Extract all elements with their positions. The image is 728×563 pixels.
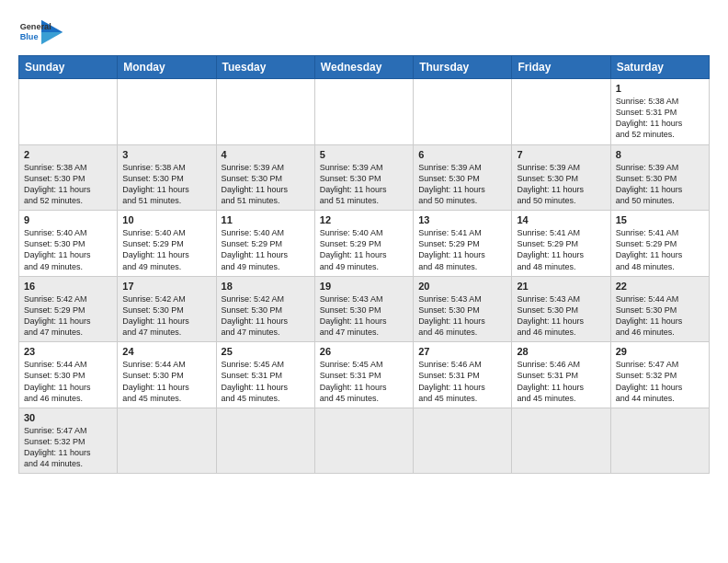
date-number: 29	[616, 346, 704, 357]
cell-info: Sunrise: 5:39 AM Sunset: 5:30 PM Dayligh…	[616, 162, 704, 207]
calendar-cell: 3Sunrise: 5:38 AM Sunset: 5:30 PM Daylig…	[118, 144, 216, 211]
date-number: 13	[418, 214, 506, 225]
calendar-cell: 8Sunrise: 5:39 AM Sunset: 5:30 PM Daylig…	[610, 144, 709, 211]
date-number: 19	[320, 281, 408, 292]
date-number: 17	[122, 281, 210, 292]
generalblue-logo-icon: General Blue	[18, 18, 64, 46]
cell-info: Sunrise: 5:39 AM Sunset: 5:30 PM Dayligh…	[418, 162, 506, 207]
date-number: 16	[24, 281, 112, 292]
calendar-cell	[19, 79, 118, 145]
calendar-row-5: 30Sunrise: 5:47 AM Sunset: 5:32 PM Dayli…	[19, 408, 710, 474]
calendar-cell	[118, 79, 216, 145]
calendar-cell	[314, 408, 413, 474]
cell-info: Sunrise: 5:45 AM Sunset: 5:31 PM Dayligh…	[320, 359, 408, 404]
page-container: General Blue SundayMondayTuesdayWednesda…	[18, 15, 710, 474]
date-number: 11	[222, 214, 310, 225]
calendar-row-1: 2Sunrise: 5:38 AM Sunset: 5:30 PM Daylig…	[19, 144, 710, 211]
date-number: 15	[616, 214, 704, 225]
cell-info: Sunrise: 5:46 AM Sunset: 5:31 PM Dayligh…	[418, 359, 506, 404]
cell-info: Sunrise: 5:46 AM Sunset: 5:31 PM Dayligh…	[517, 359, 605, 404]
weekday-header-tuesday: Tuesday	[216, 56, 314, 79]
date-number: 4	[222, 149, 310, 160]
calendar-cell: 11Sunrise: 5:40 AM Sunset: 5:29 PM Dayli…	[216, 211, 314, 277]
cell-info: Sunrise: 5:38 AM Sunset: 5:30 PM Dayligh…	[24, 162, 112, 207]
cell-info: Sunrise: 5:43 AM Sunset: 5:30 PM Dayligh…	[517, 293, 605, 339]
date-number: 25	[222, 346, 310, 357]
cell-info: Sunrise: 5:41 AM Sunset: 5:29 PM Dayligh…	[616, 227, 704, 272]
weekday-header-wednesday: Wednesday	[314, 56, 413, 79]
calendar-cell: 10Sunrise: 5:40 AM Sunset: 5:29 PM Dayli…	[118, 211, 216, 277]
calendar-cell	[216, 408, 314, 474]
weekday-header-monday: Monday	[118, 56, 216, 79]
cell-info: Sunrise: 5:42 AM Sunset: 5:30 PM Dayligh…	[122, 293, 210, 339]
cell-info: Sunrise: 5:39 AM Sunset: 5:30 PM Dayligh…	[222, 162, 310, 207]
logo-area: General Blue	[18, 15, 64, 48]
calendar-cell: 13Sunrise: 5:41 AM Sunset: 5:29 PM Dayli…	[414, 211, 512, 277]
date-number: 8	[616, 149, 704, 160]
date-number: 28	[517, 346, 605, 357]
date-number: 26	[320, 346, 408, 357]
cell-info: Sunrise: 5:40 AM Sunset: 5:29 PM Dayligh…	[222, 227, 310, 272]
svg-text:Blue: Blue	[20, 32, 39, 41]
calendar-cell: 24Sunrise: 5:44 AM Sunset: 5:30 PM Dayli…	[118, 342, 216, 408]
cell-info: Sunrise: 5:45 AM Sunset: 5:31 PM Dayligh…	[222, 359, 310, 404]
calendar-cell: 5Sunrise: 5:39 AM Sunset: 5:30 PM Daylig…	[314, 144, 413, 211]
calendar-cell: 6Sunrise: 5:39 AM Sunset: 5:30 PM Daylig…	[414, 144, 512, 211]
cell-info: Sunrise: 5:38 AM Sunset: 5:30 PM Dayligh…	[122, 162, 210, 207]
cell-info: Sunrise: 5:47 AM Sunset: 5:32 PM Dayligh…	[24, 425, 112, 470]
date-number: 9	[24, 214, 112, 225]
cell-info: Sunrise: 5:41 AM Sunset: 5:29 PM Dayligh…	[418, 227, 506, 272]
cell-info: Sunrise: 5:40 AM Sunset: 5:29 PM Dayligh…	[320, 227, 408, 272]
weekday-header-saturday: Saturday	[610, 56, 709, 79]
cell-info: Sunrise: 5:39 AM Sunset: 5:30 PM Dayligh…	[320, 162, 408, 207]
cell-info: Sunrise: 5:38 AM Sunset: 5:31 PM Dayligh…	[616, 96, 704, 141]
cell-info: Sunrise: 5:40 AM Sunset: 5:29 PM Dayligh…	[122, 227, 210, 272]
date-number: 7	[517, 149, 605, 160]
date-number: 5	[320, 149, 408, 160]
calendar-cell: 20Sunrise: 5:43 AM Sunset: 5:30 PM Dayli…	[414, 276, 512, 342]
date-number: 23	[24, 346, 112, 357]
calendar-cell: 16Sunrise: 5:42 AM Sunset: 5:29 PM Dayli…	[19, 276, 118, 342]
calendar-cell	[314, 79, 413, 145]
header: General Blue	[18, 15, 710, 48]
calendar-row-2: 9Sunrise: 5:40 AM Sunset: 5:30 PM Daylig…	[19, 211, 710, 277]
cell-info: Sunrise: 5:39 AM Sunset: 5:30 PM Dayligh…	[517, 162, 605, 207]
date-number: 30	[24, 412, 112, 423]
calendar-cell	[414, 79, 512, 145]
calendar-cell: 17Sunrise: 5:42 AM Sunset: 5:30 PM Dayli…	[118, 276, 216, 342]
calendar-cell: 7Sunrise: 5:39 AM Sunset: 5:30 PM Daylig…	[512, 144, 610, 211]
weekday-header-sunday: Sunday	[19, 56, 118, 79]
cell-info: Sunrise: 5:43 AM Sunset: 5:30 PM Dayligh…	[418, 293, 506, 339]
calendar-cell	[512, 408, 610, 474]
calendar-cell: 1Sunrise: 5:38 AM Sunset: 5:31 PM Daylig…	[610, 79, 709, 145]
calendar-cell	[414, 408, 512, 474]
date-number: 14	[517, 214, 605, 225]
date-number: 10	[122, 214, 210, 225]
date-number: 27	[418, 346, 506, 357]
date-number: 21	[517, 281, 605, 292]
cell-info: Sunrise: 5:42 AM Sunset: 5:29 PM Dayligh…	[24, 293, 112, 339]
calendar-cell: 26Sunrise: 5:45 AM Sunset: 5:31 PM Dayli…	[314, 342, 413, 408]
calendar-table: SundayMondayTuesdayWednesdayThursdayFrid…	[18, 55, 710, 474]
calendar-cell: 30Sunrise: 5:47 AM Sunset: 5:32 PM Dayli…	[19, 408, 118, 474]
cell-info: Sunrise: 5:44 AM Sunset: 5:30 PM Dayligh…	[616, 293, 704, 339]
weekday-header-thursday: Thursday	[414, 56, 512, 79]
calendar-cell: 18Sunrise: 5:42 AM Sunset: 5:30 PM Dayli…	[216, 276, 314, 342]
calendar-cell: 23Sunrise: 5:44 AM Sunset: 5:30 PM Dayli…	[19, 342, 118, 408]
date-number: 2	[24, 149, 112, 160]
date-number: 12	[320, 214, 408, 225]
calendar-row-3: 16Sunrise: 5:42 AM Sunset: 5:29 PM Dayli…	[19, 276, 710, 342]
weekday-header-row: SundayMondayTuesdayWednesdayThursdayFrid…	[19, 56, 710, 79]
weekday-header-friday: Friday	[512, 56, 610, 79]
calendar-cell: 9Sunrise: 5:40 AM Sunset: 5:30 PM Daylig…	[19, 211, 118, 277]
date-number: 24	[122, 346, 210, 357]
cell-info: Sunrise: 5:41 AM Sunset: 5:29 PM Dayligh…	[517, 227, 605, 272]
calendar-cell: 29Sunrise: 5:47 AM Sunset: 5:32 PM Dayli…	[610, 342, 709, 408]
svg-marker-1	[41, 32, 63, 44]
calendar-cell	[610, 408, 709, 474]
calendar-cell: 12Sunrise: 5:40 AM Sunset: 5:29 PM Dayli…	[314, 211, 413, 277]
cell-info: Sunrise: 5:47 AM Sunset: 5:32 PM Dayligh…	[616, 359, 704, 404]
calendar-cell	[216, 79, 314, 145]
calendar-cell: 15Sunrise: 5:41 AM Sunset: 5:29 PM Dayli…	[610, 211, 709, 277]
date-number: 6	[418, 149, 506, 160]
